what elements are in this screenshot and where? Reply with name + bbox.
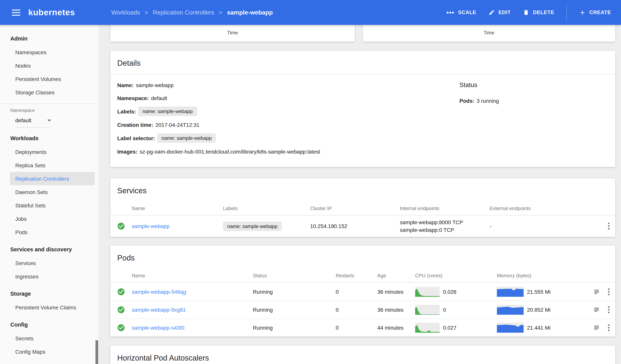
details-title: Details <box>110 51 615 74</box>
kebab-icon <box>608 306 610 313</box>
detail-name: Name: sample-webapp <box>117 81 459 89</box>
pod-restarts: 0 <box>336 307 377 313</box>
pod-kebab-menu-button[interactable] <box>608 324 610 331</box>
col-cluster-ip: Cluster IP <box>310 206 400 211</box>
pod-name-link[interactable]: sample-webapp-9xg81 <box>132 307 186 313</box>
sidebar-item-persistent-volume-claims[interactable]: Persistent Volume Claims <box>10 301 95 314</box>
delete-button[interactable]: DELETE <box>523 9 554 16</box>
sidebar-item-namespaces[interactable]: Namespaces <box>10 45 95 59</box>
sidebar-item-pods[interactable]: Pods <box>10 225 95 239</box>
details-fields: Name: sample-webapp Namespace: default L… <box>117 81 459 160</box>
services-table-header: Name Labels Cluster IP Internal endpoint… <box>110 202 615 215</box>
service-kebab-menu-button[interactable] <box>608 222 610 230</box>
sidebar-item-replication-controllers[interactable]: Replication Controllers <box>10 172 95 185</box>
main-content: Time Time Details Name: sample-webapp Na… <box>99 25 621 364</box>
pod-memory-value: 20.852 Mi <box>527 307 551 313</box>
hamburger-icon <box>12 9 20 16</box>
pod-kebab-menu-button[interactable] <box>608 306 610 313</box>
breadcrumb-workloads[interactable]: Workloads <box>111 9 140 16</box>
sidebar-section-admin: Admin <box>10 33 99 44</box>
trash-icon <box>523 9 530 16</box>
namespace-select[interactable]: default <box>15 114 52 128</box>
pod-logs-button[interactable] <box>593 306 600 313</box>
service-row: sample-webapp name: sample-webapp 10.254… <box>110 215 615 237</box>
sidebar-item-services[interactable]: Services <box>10 256 95 270</box>
sidebar-item-jobs[interactable]: Jobs <box>10 212 95 225</box>
pod-cpu-value: 0.027 <box>443 325 456 331</box>
chevron-down-icon <box>47 119 51 121</box>
pod-restarts: 0 <box>336 325 377 331</box>
pod-logs-button[interactable] <box>593 288 600 295</box>
pod-memory-value: 21.441 Mi <box>527 325 551 331</box>
sidebar-scrollbar-thumb[interactable] <box>95 340 98 364</box>
check-circle-icon <box>117 287 125 296</box>
pods-card: Pods Name Status Restarts Age CPU (cores… <box>110 246 615 336</box>
memory-sparkline <box>497 305 524 315</box>
memory-usage-chart-card: Time <box>363 25 615 42</box>
pencil-icon <box>488 9 495 16</box>
edit-button[interactable]: EDIT <box>488 9 511 16</box>
col-memory: Memory (bytes) <box>497 273 580 278</box>
pod-row: sample-webapp-546qg Running 0 36 minutes… <box>110 283 615 301</box>
sidebar-section-services-discovery: Services and discovery <box>10 244 99 255</box>
detail-namespace: Namespace: default <box>117 94 459 102</box>
memory-sparkline <box>497 323 524 333</box>
pod-kebab-menu-button[interactable] <box>608 288 610 295</box>
memory-chart-xlabel: Time <box>483 30 494 42</box>
detail-creation-time: Creation time: 2017-04-24T12:31 <box>117 120 459 129</box>
pods-table-header: Name Status Restarts Age CPU (cores) Mem… <box>110 269 615 283</box>
pod-age: 44 minutes <box>377 325 415 331</box>
logs-icon <box>593 288 600 295</box>
pod-status: Running <box>253 289 336 295</box>
kebab-icon <box>608 222 610 230</box>
breadcrumb-current: sample-webapp <box>227 9 273 16</box>
cpu-usage-chart-card: Time <box>110 25 355 42</box>
sidebar-item-secrets[interactable]: Secrets <box>10 331 95 345</box>
sidebar-item-stateful-sets[interactable]: Stateful Sets <box>10 199 95 212</box>
sidebar-item-deployments[interactable]: Deployments <box>10 145 95 158</box>
service-label-chip: name: sample-webapp <box>223 222 282 231</box>
logs-icon <box>593 324 600 331</box>
hamburger-menu-button[interactable] <box>8 5 24 20</box>
create-button[interactable]: CREATE <box>579 9 611 16</box>
sidebar-item-replica-sets[interactable]: Replica Sets <box>10 158 95 172</box>
app-logo[interactable]: kubernetes <box>28 7 75 17</box>
col-internal-endpoints: Internal endpoints <box>400 206 490 211</box>
sidebar-section-storage: Storage <box>10 288 99 299</box>
col-restarts: Restarts <box>336 273 377 278</box>
scale-button[interactable]: SCALE <box>446 10 476 15</box>
breadcrumb-replication-controllers[interactable]: Replication Controllers <box>153 9 214 16</box>
col-external-endpoints: External endpoints <box>490 206 594 211</box>
pod-name-link[interactable]: sample-webapp-s43t0 <box>132 325 185 331</box>
col-cpu: CPU (cores) <box>415 273 497 278</box>
kebab-icon <box>608 324 610 331</box>
sidebar-item-ingresses[interactable]: Ingresses <box>10 270 95 283</box>
col-name: Name <box>132 206 223 211</box>
usage-charts-row: Time Time <box>110 25 615 42</box>
sidebar-item-config-maps[interactable]: Config Maps <box>10 345 95 358</box>
sidebar-item-nodes[interactable]: Nodes <box>10 59 95 72</box>
service-internal-endpoints: sample-webapp:8000 TCP sample-webapp:0 T… <box>400 219 490 234</box>
pod-logs-button[interactable] <box>593 324 600 331</box>
cpu-sparkline <box>415 323 440 333</box>
label-chip: name: sample-webapp <box>138 106 197 116</box>
col-status: Status <box>253 273 336 278</box>
detail-label-selector: Label selector: name: sample-webapp <box>117 133 459 143</box>
hpa-card: Horizontal Pod Autoscalers <box>110 346 615 364</box>
sidebar-item-persistent-volumes[interactable]: Persistent Volumes <box>10 72 95 86</box>
cpu-sparkline <box>415 305 440 315</box>
services-title: Services <box>110 178 615 202</box>
namespace-label: Namespace <box>10 108 99 113</box>
breadcrumb-separator: > <box>219 9 223 16</box>
header-divider <box>566 4 567 20</box>
check-circle-icon <box>117 324 125 332</box>
pod-age: 36 minutes <box>377 289 415 295</box>
status-pods: Pods: 3 running <box>459 96 608 105</box>
pod-name-link[interactable]: sample-webapp-546qg <box>132 289 186 295</box>
details-card: Details Name: sample-webapp Namespace: d… <box>110 51 615 167</box>
col-age: Age <box>377 273 415 278</box>
check-circle-icon <box>117 222 125 230</box>
service-name-link[interactable]: sample-webapp <box>132 223 170 229</box>
sidebar-item-storage-classes[interactable]: Storage Classes <box>10 86 95 99</box>
sidebar-item-daemon-sets[interactable]: Daemon Sets <box>10 185 95 199</box>
